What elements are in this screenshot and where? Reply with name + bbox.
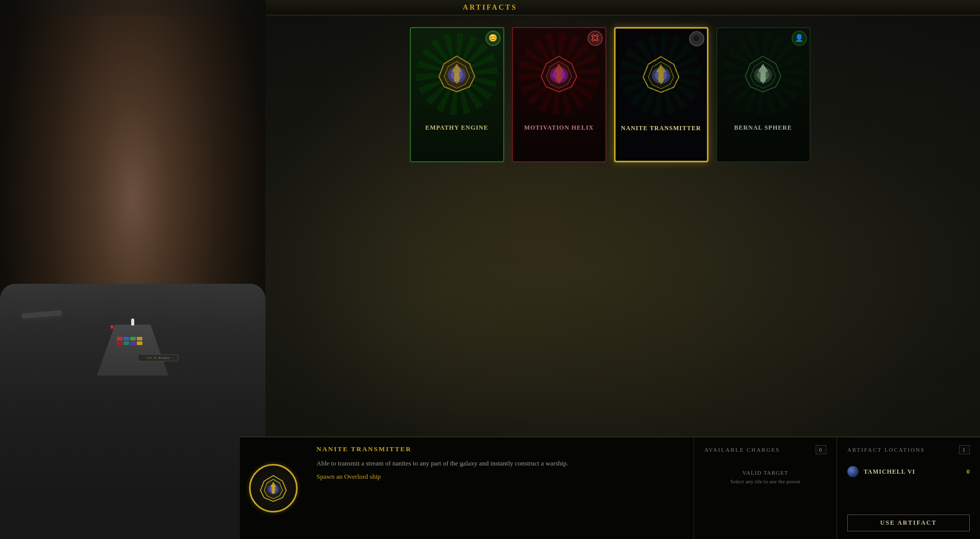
location-item: Tamichell VI 0 xyxy=(847,466,970,477)
character-portrait: Col. R. Bradley ★ xyxy=(0,0,265,539)
detail-description: Able to transmit a stream of nanites to … xyxy=(316,458,683,469)
valid-target-label: Valid Target xyxy=(704,470,826,476)
artifact-name-bernal: Bernal Sphere xyxy=(729,120,797,136)
bottom-gem-svg xyxy=(257,473,290,504)
artifact-badge-nanite: ⚙ xyxy=(689,31,704,46)
valid-target-text: Select any tile to use the power xyxy=(704,478,826,484)
bottom-charges: Available Charges 0 Valid Target Select … xyxy=(694,437,837,539)
artifact-name-nanite: Nanite Transmitter xyxy=(616,120,706,136)
artifact-badge-bernal: 👤 xyxy=(792,31,807,46)
locations-count: 1 xyxy=(959,445,970,454)
bottom-description: Nanite Transmitter Able to transmit a st… xyxy=(306,437,694,539)
detail-action: Spawn an Overlord ship xyxy=(316,473,683,481)
character-area: Col. R. Bradley ★ xyxy=(0,0,265,539)
charges-count: 0 xyxy=(816,445,827,454)
artifact-card-motivation-helix[interactable]: 💢 Motivation Helix xyxy=(512,27,606,162)
use-artifact-button[interactable]: Use Artifact xyxy=(847,514,970,531)
artifact-badge-empathy: 😊 xyxy=(485,31,501,46)
charges-header: Available Charges 0 xyxy=(704,445,826,454)
locations-label: Artifact Locations xyxy=(847,447,925,453)
bottom-gem-circle xyxy=(249,464,298,512)
artifact-card-bernal-sphere[interactable]: 👤 Bernal Sphere xyxy=(716,27,811,162)
location-planet-icon xyxy=(847,466,859,477)
artifact-name-motivation: Motivation Helix xyxy=(519,120,599,136)
window-title: Artifacts xyxy=(463,4,517,12)
artifact-name-empathy: Empathy Engine xyxy=(420,120,493,136)
location-name: Tamichell VI xyxy=(864,468,962,476)
locations-header: Artifact Locations 1 xyxy=(847,445,970,454)
bottom-panel: Nanite Transmitter Able to transmit a st… xyxy=(240,437,980,539)
artifact-card-empathy-engine[interactable]: 😊 Empathy Engine xyxy=(410,27,504,162)
bottom-locations: Artifact Locations 1 Tamichell VI 0 Use … xyxy=(837,437,980,539)
detail-title: Nanite Transmitter xyxy=(316,445,683,453)
bottom-artifact-icon-area xyxy=(240,437,306,539)
artifact-badge-motivation: 💢 xyxy=(587,31,603,46)
location-count: 0 xyxy=(967,468,970,476)
artifact-card-nanite-transmitter[interactable]: ⚙ Nanite Transmitter xyxy=(614,27,708,162)
artifacts-grid: 😊 Empathy Engine 💢 xyxy=(240,15,980,174)
charges-label: Available Charges xyxy=(704,447,780,453)
